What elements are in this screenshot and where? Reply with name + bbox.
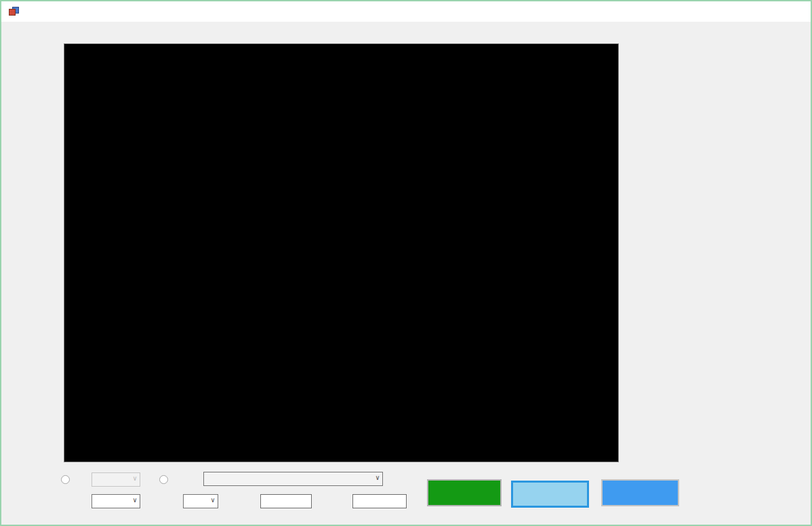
serial-radio[interactable] — [61, 475, 70, 484]
chart-panel — [64, 43, 619, 462]
coord-system-select[interactable]: ∨ — [92, 494, 140, 508]
usb-address-select[interactable]: ∨ — [203, 472, 383, 486]
start-scan-button[interactable] — [511, 481, 589, 508]
stop-freq-input[interactable] — [352, 494, 407, 508]
apply-settings-button[interactable] — [427, 479, 502, 506]
title-bar — [1, 1, 811, 22]
clear-button[interactable] — [601, 479, 679, 506]
start-freq-input[interactable] — [260, 494, 312, 508]
chevron-down-icon: ∨ — [133, 496, 137, 504]
menu-bar — [1, 22, 811, 40]
app-window: ∨ ∨ ∨ ∨ — [0, 0, 812, 526]
close-button[interactable] — [782, 1, 812, 22]
maximize-button[interactable] — [751, 1, 782, 22]
app-icon — [9, 7, 19, 16]
scan-points-select[interactable]: ∨ — [183, 494, 218, 508]
minimize-button[interactable] — [720, 1, 751, 22]
chevron-down-icon: ∨ — [211, 496, 215, 504]
usbtmc-radio[interactable] — [159, 475, 168, 484]
chevron-down-icon: ∨ — [375, 474, 380, 481]
serial-port-select[interactable]: ∨ — [92, 472, 140, 487]
chevron-down-icon: ∨ — [133, 474, 137, 482]
